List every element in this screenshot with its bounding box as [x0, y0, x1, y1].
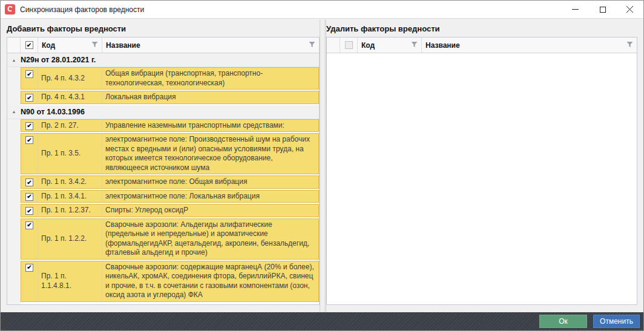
row-checkbox[interactable] — [25, 221, 33, 229]
row-checkbox[interactable] — [25, 193, 33, 201]
row-name: Сварочные аэрозоли: содержащие марганецА… — [102, 261, 319, 302]
row-code: Пр. 1 п. 1.2.2. — [38, 218, 102, 260]
table-row[interactable]: Пр. 1 п. 3.5. электромагнитное поле: Про… — [7, 133, 319, 174]
collapse-triangle-icon[interactable]: ▲ — [7, 110, 21, 114]
code-column-header[interactable]: Код — [38, 38, 102, 53]
row-checkbox[interactable] — [25, 264, 33, 272]
cancel-button[interactable]: Отменить — [593, 315, 640, 328]
code-column-header[interactable]: Код — [358, 38, 422, 53]
select-all-checkbox[interactable] — [345, 41, 353, 49]
panel-splitter[interactable] — [320, 19, 326, 312]
window-controls — [562, 1, 643, 18]
row-indicator — [7, 204, 21, 217]
select-all-checkbox-cell[interactable] — [21, 38, 38, 53]
select-all-checkbox-cell[interactable] — [340, 38, 358, 53]
row-name: электромагнитное поле: Локальная вибраци… — [102, 190, 319, 203]
table-row[interactable]: Пр. 1 п. 1.2.37. Спирты: Углерод оксидР — [7, 204, 319, 217]
filter-icon[interactable] — [411, 41, 418, 50]
filter-icon[interactable] — [626, 41, 633, 50]
add-panel-title: Добавить факторы вредности — [7, 22, 320, 37]
table-rows: ▲ N29н от 28.01.2021 г. Пр. 4 п. 4.3.2 О… — [7, 53, 319, 304]
add-factors-panel: Добавить факторы вредности Код Название — [1, 19, 320, 312]
group-label: N90 от 14.03.1996 — [21, 108, 85, 116]
row-checkbox-cell[interactable] — [21, 190, 38, 203]
row-checkbox-cell[interactable] — [21, 133, 38, 174]
row-checkbox-cell[interactable] — [21, 175, 38, 189]
select-all-checkbox[interactable] — [25, 41, 33, 49]
row-indicator — [7, 175, 21, 189]
name-column-label: Название — [106, 41, 140, 50]
minimize-icon — [572, 6, 579, 13]
row-checkbox[interactable] — [25, 179, 33, 186]
filter-icon[interactable] — [91, 41, 98, 50]
row-code: Пр. 1 п. 3.4.1. — [38, 190, 102, 203]
row-indicator — [7, 133, 21, 174]
name-column-label: Название — [426, 41, 460, 50]
add-factors-table: Код Название ▲ N29н от 28.01.2021 г. — [7, 37, 320, 305]
minimize-button[interactable] — [562, 1, 589, 18]
row-code: Пр. 4 п. 4.3.2 — [38, 67, 102, 90]
row-indicator — [7, 67, 21, 90]
ok-button[interactable]: Ок — [539, 315, 587, 328]
group-row[interactable]: ▲ N29н от 28.01.2021 г. — [7, 53, 319, 67]
row-name: Общая вибрация (транспортная, транспортн… — [102, 67, 319, 90]
group-row[interactable]: ▲ N90 от 14.03.1996 — [7, 105, 319, 119]
row-checkbox-cell[interactable] — [21, 218, 38, 260]
table-rows — [327, 53, 637, 304]
app-icon: C — [5, 4, 15, 15]
row-indicator — [7, 119, 21, 133]
table-header: Код Название — [327, 38, 637, 53]
filter-icon[interactable] — [309, 41, 315, 50]
window-title: Синхронизация факторов вредности — [20, 5, 144, 14]
title-bar: C Синхронизация факторов вредности — [1, 1, 643, 19]
row-name: электромагнитное поле: Производственный … — [102, 133, 319, 174]
table-row[interactable]: Пр. 4 п. 4.3.2 Общая вибрация (транспорт… — [7, 67, 319, 90]
collapse-triangle-icon[interactable]: ▲ — [7, 58, 21, 62]
row-indicator — [7, 218, 21, 260]
table-row[interactable]: Пр. 1 п. 3.4.2. электромагнитное поле: О… — [7, 175, 319, 189]
row-name: Управление наземными транспортными средс… — [102, 119, 319, 133]
maximize-button[interactable] — [589, 1, 616, 18]
table-row[interactable]: Пр. 4 п. 4.3.1 Локальная вибрация — [7, 91, 319, 104]
close-icon — [626, 6, 633, 13]
row-indicator — [7, 261, 21, 302]
row-name: электромагнитное поле: Общая вибрация — [102, 175, 319, 189]
table-row[interactable]: Пр. 1 п. 1.2.2. Сварочные аэрозоли: Альд… — [7, 218, 319, 260]
group-label: N29н от 28.01.2021 г. — [21, 56, 96, 64]
row-code: Пр. 1 п. 3.4.2. — [38, 175, 102, 189]
row-checkbox-cell[interactable] — [21, 261, 38, 302]
remove-panel-title: Удалить факторы вредности — [326, 22, 637, 37]
dialog-window: C Синхронизация факторов вредности Добав… — [0, 0, 644, 331]
row-checkbox[interactable] — [25, 70, 33, 78]
row-code: Пр. 4 п. 4.3.1 — [38, 91, 102, 104]
row-code: Пр. 1 п. 1.2.37. — [38, 204, 102, 217]
row-name: Локальная вибрация — [102, 91, 319, 104]
header-indicator-cell — [7, 38, 21, 53]
row-code: Пр. 1 п. 1.1.4.8.1. — [38, 261, 102, 302]
row-checkbox[interactable] — [25, 94, 33, 102]
row-name: Сварочные аэрозоли: Альдегиды алифатичес… — [102, 218, 319, 260]
row-checkbox[interactable] — [25, 122, 33, 130]
table-header: Код Название — [7, 38, 319, 53]
row-checkbox[interactable] — [25, 136, 33, 144]
row-code: Пр. 1 п. 3.5. — [38, 133, 102, 174]
maximize-icon — [600, 7, 606, 13]
remove-factors-panel: Удалить факторы вредности Код Название — [326, 19, 643, 312]
row-code: Пр. 2 п. 27. — [38, 119, 102, 133]
table-row[interactable]: Пр. 2 п. 27. Управление наземными трансп… — [7, 119, 319, 133]
row-name: Спирты: Углерод оксидР — [102, 204, 319, 217]
footer-bar: Ок Отменить — [1, 312, 643, 330]
name-column-header[interactable]: Название — [102, 38, 319, 53]
code-column-label: Код — [361, 41, 375, 50]
row-checkbox-cell[interactable] — [21, 204, 38, 217]
row-checkbox-cell[interactable] — [21, 91, 38, 104]
header-indicator-cell — [327, 38, 340, 53]
table-row[interactable]: Пр. 1 п. 1.1.4.8.1. Сварочные аэрозоли: … — [7, 261, 319, 302]
close-button[interactable] — [616, 1, 643, 18]
row-checkbox-cell[interactable] — [21, 67, 38, 90]
table-row[interactable]: Пр. 1 п. 3.4.1. электромагнитное поле: Л… — [7, 190, 319, 203]
row-checkbox-cell[interactable] — [21, 119, 38, 133]
name-column-header[interactable]: Название — [422, 38, 637, 53]
row-checkbox[interactable] — [25, 207, 33, 215]
dialog-body: Добавить факторы вредности Код Название — [1, 19, 643, 312]
